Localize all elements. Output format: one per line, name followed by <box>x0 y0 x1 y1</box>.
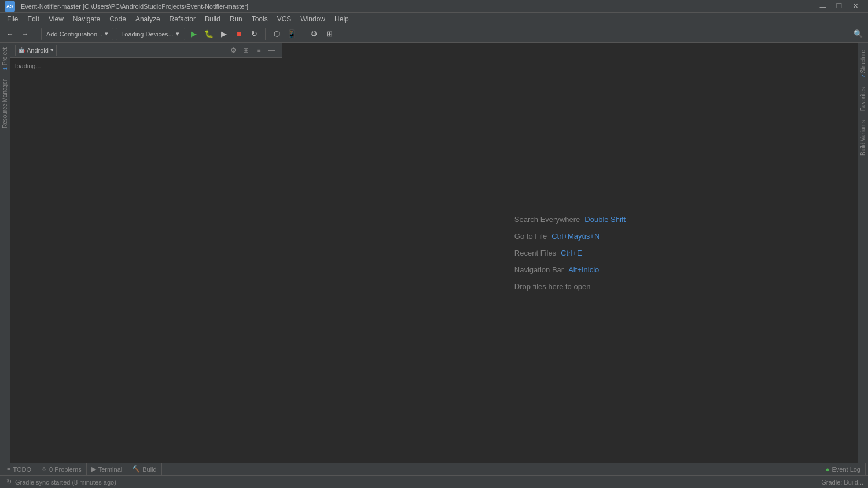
right-side-tabs: 2 Structure Favorites Build Variants <box>858 43 868 463</box>
terminal-tab[interactable]: ▶ Terminal <box>87 463 128 476</box>
drop-files-hint: Drop files here to open <box>514 282 626 291</box>
close-button[interactable]: ✕ <box>847 0 863 13</box>
editor-area[interactable]: Search Everywhere Double Shift Go to Fil… <box>282 43 858 463</box>
event-log-dot: ● <box>826 466 830 473</box>
run-with-coverage-button[interactable]: ▶ <box>218 28 230 40</box>
build-tab[interactable]: 🔨 Build <box>127 463 161 476</box>
navigation-bar-hint: Navigation Bar Alt+Inicio <box>514 265 626 274</box>
gradle-sync-text: Gradle sync started (8 minutes ago) <box>15 479 116 486</box>
menu-code[interactable]: Code <box>105 13 131 25</box>
bottom-tabs-bar: ≡ TODO ⚠ 0 Problems ▶ Terminal 🔨 Build ●… <box>0 463 868 475</box>
sdk-manager-button[interactable]: ⬡ <box>270 28 283 40</box>
go-to-file-hint: Go to File Ctrl+Mayús+N <box>514 232 626 241</box>
stop-button[interactable]: ■ <box>233 28 245 40</box>
event-log-tab[interactable]: ● Event Log <box>821 463 866 476</box>
search-everywhere-hint: Search Everywhere Double Shift <box>514 215 626 224</box>
panel-header-buttons: ⚙ ⊞ ≡ — <box>227 45 277 56</box>
problems-tab[interactable]: ⚠ 0 Problems <box>36 463 87 476</box>
menu-refactor[interactable]: Refactor <box>165 13 200 25</box>
main-layout: 1 Project Resource Manager 🤖 Android ▾ ⚙… <box>0 43 868 463</box>
collapse-icon[interactable]: — <box>266 45 277 56</box>
project-panel-content: loading... <box>10 58 282 463</box>
titlebar-left: AS Event-Notifier-master [C:\Users\PC\An… <box>5 1 248 12</box>
left-vertical-panel: 1 Project Resource Manager <box>0 43 10 463</box>
project-panel-tab[interactable]: 1 Project <box>0 43 10 75</box>
menu-edit[interactable]: Edit <box>23 13 44 25</box>
gradle-build-text: Gradle: Build... <box>821 479 863 486</box>
run-button[interactable]: ▶ <box>187 28 200 40</box>
titlebar: AS Event-Notifier-master [C:\Users\PC\An… <box>0 0 868 13</box>
layout-button[interactable]: ⊞ <box>323 28 336 40</box>
debug-button[interactable]: 🐛 <box>203 28 215 40</box>
back-navigation-button[interactable]: ← <box>3 28 16 40</box>
menu-run[interactable]: Run <box>225 13 247 25</box>
project-panel-header: 🤖 Android ▾ ⚙ ⊞ ≡ — <box>10 43 282 58</box>
toolbar-separator-1 <box>36 28 36 40</box>
menubar: File Edit View Navigate Code Analyze Ref… <box>0 13 868 25</box>
menu-view[interactable]: View <box>44 13 68 25</box>
menu-file[interactable]: File <box>2 13 23 25</box>
minimize-button[interactable]: — <box>815 0 831 13</box>
menu-navigate[interactable]: Navigate <box>68 13 105 25</box>
expand-icon[interactable]: ⊞ <box>240 45 252 56</box>
search-everywhere-button[interactable]: 🔍 <box>852 28 865 40</box>
toolbar-separator-3 <box>303 28 303 40</box>
menu-build[interactable]: Build <box>200 13 225 25</box>
favorites-tab[interactable]: Favorites <box>859 83 867 116</box>
menu-vcs[interactable]: VCS <box>273 13 296 25</box>
app-logo: AS <box>5 1 15 12</box>
menu-window[interactable]: Window <box>296 13 330 25</box>
gradle-sync-icon: ↻ <box>5 478 13 486</box>
gear-icon[interactable]: ⚙ <box>227 45 239 56</box>
toolbar: ← → Add Configuration... ▾ Loading Devic… <box>0 25 868 43</box>
project-panel: 🤖 Android ▾ ⚙ ⊞ ≡ — loading... <box>10 43 282 463</box>
window-title: Event-Notifier-master [C:\Users\PC\Andro… <box>21 3 248 10</box>
settings-button[interactable]: ⚙ <box>308 28 321 40</box>
structure-tab[interactable]: 2 Structure <box>859 45 867 83</box>
menu-help[interactable]: Help <box>330 13 354 25</box>
todo-tab[interactable]: ≡ TODO <box>2 463 36 476</box>
build-variants-tab[interactable]: Build Variants <box>859 116 867 160</box>
maximize-button[interactable]: ❒ <box>831 0 847 13</box>
menu-tools[interactable]: Tools <box>247 13 273 25</box>
recent-files-hint: Recent Files Ctrl+E <box>514 249 626 257</box>
sync-button[interactable]: ↻ <box>248 28 260 40</box>
toolbar-separator-2 <box>265 28 266 40</box>
resource-manager-tab[interactable]: Resource Manager <box>0 75 10 133</box>
add-configuration-button[interactable]: Add Configuration... ▾ <box>41 28 113 40</box>
menu-analyze[interactable]: Analyze <box>131 13 165 25</box>
gradle-status-bar: ↻ Gradle sync started (8 minutes ago) Gr… <box>0 475 868 488</box>
window-controls: — ❒ ✕ <box>815 0 863 13</box>
loading-devices-dropdown[interactable]: Loading Devices... ▾ <box>116 28 185 40</box>
avd-manager-button[interactable]: 📱 <box>285 28 298 40</box>
forward-navigation-button[interactable]: → <box>19 28 31 40</box>
settings-icon[interactable]: ≡ <box>253 45 264 56</box>
editor-hints: Search Everywhere Double Shift Go to Fil… <box>514 215 626 291</box>
project-view-dropdown[interactable]: 🤖 Android ▾ <box>15 45 57 56</box>
